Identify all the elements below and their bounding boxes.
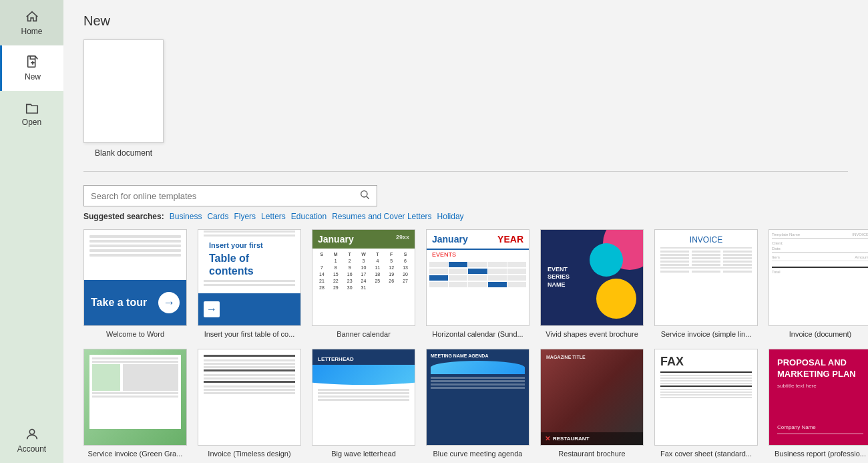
template-item-invoice-doc[interactable]: Template NameINVOICE Client: Date: ItemA… bbox=[769, 229, 868, 338]
sidebar-bottom: Account bbox=[0, 418, 63, 463]
sidebar-item-account-label: Account bbox=[17, 444, 46, 454]
suggested-flyers[interactable]: Flyers bbox=[234, 212, 256, 221]
search-icon bbox=[359, 189, 370, 200]
suggested-resumes[interactable]: Resumes and Cover Letters bbox=[332, 212, 431, 221]
sidebar-item-home[interactable]: Home bbox=[0, 0, 63, 45]
template-item-vivid-event[interactable]: EVENTSERIESNAME Vivid shapes event broch… bbox=[540, 229, 644, 338]
template-name-take-tour: Welcome to Word bbox=[106, 330, 164, 338]
suggested-searches: Suggested searches: Business Cards Flyer… bbox=[83, 212, 848, 221]
template-item-restaurant[interactable]: MAGAZINE TITLE ✕ RESTAURANT Restaurant b… bbox=[540, 349, 644, 458]
template-item-horiz-cal[interactable]: January YEAR EVENTS Horizontal calendar … bbox=[426, 229, 529, 338]
template-thumb-svc-green bbox=[83, 349, 187, 446]
svg-point-2 bbox=[361, 191, 367, 197]
svg-point-1 bbox=[29, 430, 34, 434]
sidebar-item-open-label: Open bbox=[22, 118, 41, 127]
template-name-toc: Insert your first table of co... bbox=[204, 330, 295, 338]
template-thumb-timeless bbox=[198, 349, 301, 446]
template-name-horiz-cal: Horizontal calendar (Sund... bbox=[432, 330, 523, 338]
template-grid-row1: Take a tour → Welcome to Word Insert you… bbox=[83, 229, 848, 338]
sidebar-item-new[interactable]: New bbox=[0, 45, 63, 91]
sidebar-item-account[interactable]: Account bbox=[0, 418, 63, 463]
search-input[interactable] bbox=[91, 191, 359, 201]
suggested-cards[interactable]: Cards bbox=[207, 212, 228, 221]
template-item-bigwave[interactable]: LETTERHEAD Big wave letterhead bbox=[312, 349, 415, 458]
home-icon bbox=[25, 9, 39, 24]
suggested-education[interactable]: Education bbox=[291, 212, 327, 221]
template-thumb-take-tour: Take a tour → bbox=[83, 229, 187, 326]
page-title: New bbox=[83, 13, 848, 29]
template-name-invoice-doc: Invoice (document) bbox=[789, 330, 852, 338]
search-button[interactable] bbox=[359, 189, 370, 202]
search-area: Suggested searches: Business Cards Flyer… bbox=[83, 185, 848, 221]
template-grid-row2: Service invoice (Green Gra... Invoice (T… bbox=[83, 349, 848, 458]
sidebar-item-new-label: New bbox=[25, 72, 41, 82]
template-thumb-svc-invoice: INVOICE bbox=[654, 229, 758, 326]
template-name-bigwave: Big wave letterhead bbox=[331, 450, 396, 458]
template-item-take-tour[interactable]: Take a tour → Welcome to Word bbox=[83, 229, 187, 338]
main-content: New Blank document Suggested searches: B… bbox=[63, 0, 868, 463]
template-item-bluecurve[interactable]: MEETING NAME AGENDA Blue curve meeting a… bbox=[426, 349, 529, 458]
template-thumb-invoice-doc: Template NameINVOICE Client: Date: ItemA… bbox=[769, 229, 868, 326]
blank-document-label: Blank document bbox=[95, 148, 152, 158]
account-icon bbox=[25, 427, 39, 442]
template-thumb-restaurant: MAGAZINE TITLE ✕ RESTAURANT bbox=[540, 349, 644, 446]
template-name-proposal: Business report (professio... bbox=[775, 450, 866, 458]
template-thumb-vivid-event: EVENTSERIESNAME bbox=[540, 229, 644, 326]
template-item-banner-cal[interactable]: January29xx SMTWTFS 123456 78910111213 1… bbox=[312, 229, 415, 338]
template-item-timeless[interactable]: Invoice (Timeless design) bbox=[198, 349, 301, 458]
template-thumb-banner-cal: January29xx SMTWTFS 123456 78910111213 1… bbox=[312, 229, 415, 326]
template-item-fax[interactable]: FAX Fax cover sheet (standard... bbox=[654, 349, 758, 458]
folder-icon bbox=[25, 100, 39, 115]
sidebar: Home New Open Account bbox=[0, 0, 63, 463]
sidebar-item-open[interactable]: Open bbox=[0, 91, 63, 136]
template-name-timeless: Invoice (Timeless design) bbox=[208, 450, 290, 458]
top-templates-area: Blank document bbox=[83, 39, 848, 172]
template-item-proposal[interactable]: PROPOSAL AND MARKETING PLAN subtitle tex… bbox=[769, 349, 868, 458]
blank-document-item[interactable]: Blank document bbox=[83, 39, 164, 158]
suggested-label: Suggested searches: bbox=[83, 212, 164, 221]
suggested-business[interactable]: Business bbox=[170, 212, 202, 221]
search-box bbox=[83, 185, 377, 206]
template-thumb-toc: Insert your first Table ofcontents → bbox=[198, 229, 301, 326]
suggested-holiday[interactable]: Holiday bbox=[437, 212, 464, 221]
template-item-svc-green[interactable]: Service invoice (Green Gra... bbox=[83, 349, 187, 458]
blank-document-thumb bbox=[83, 39, 164, 143]
template-thumb-horiz-cal: January YEAR EVENTS bbox=[426, 229, 529, 326]
suggested-letters[interactable]: Letters bbox=[261, 212, 286, 221]
template-name-bluecurve: Blue curve meeting agenda bbox=[433, 450, 523, 458]
template-name-svc-invoice: Service invoice (simple lin... bbox=[661, 330, 752, 338]
template-item-toc[interactable]: Insert your first Table ofcontents → Ins… bbox=[198, 229, 301, 338]
new-doc-icon bbox=[25, 55, 40, 69]
svg-rect-0 bbox=[28, 56, 35, 67]
template-name-restaurant: Restaurant brochure bbox=[558, 450, 625, 458]
template-name-fax: Fax cover sheet (standard... bbox=[660, 450, 752, 458]
template-thumb-proposal: PROPOSAL AND MARKETING PLAN subtitle tex… bbox=[769, 349, 868, 446]
template-name-svc-green: Service invoice (Green Gra... bbox=[88, 450, 183, 458]
template-name-banner-cal: Banner calendar bbox=[337, 330, 391, 338]
template-thumb-bigwave: LETTERHEAD bbox=[312, 349, 415, 446]
sidebar-item-home-label: Home bbox=[21, 27, 42, 36]
template-thumb-fax: FAX bbox=[654, 349, 758, 446]
template-name-vivid-event: Vivid shapes event brochure bbox=[546, 330, 638, 338]
template-item-svc-invoice[interactable]: INVOICE Service invoice (simple lin... bbox=[654, 229, 758, 338]
template-thumb-bluecurve: MEETING NAME AGENDA bbox=[426, 349, 529, 446]
svg-line-3 bbox=[367, 196, 369, 199]
